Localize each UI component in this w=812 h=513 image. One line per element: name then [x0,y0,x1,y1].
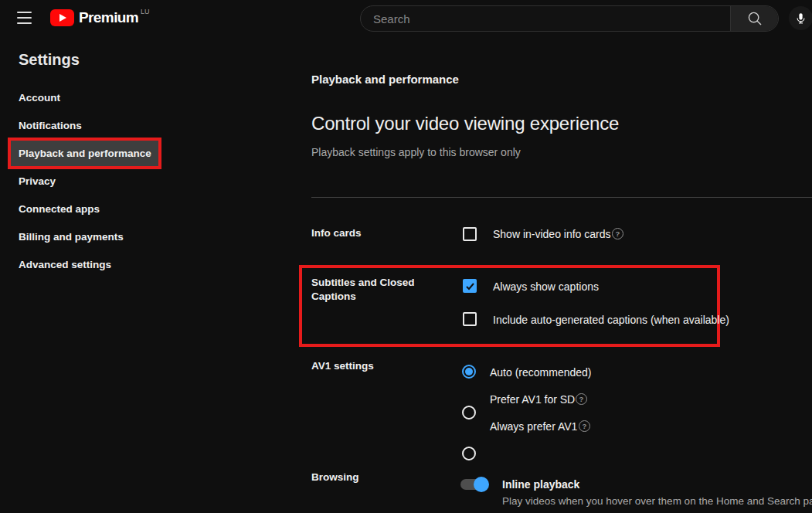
settings-title: Settings [19,51,80,69]
play-triangle-icon [59,14,66,22]
youtube-play-icon [50,9,74,26]
av1-always-label[interactable]: Always prefer AV1 [490,420,577,433]
always-show-captions-label[interactable]: Always show captions [493,280,599,293]
hamburger-bar [17,22,32,24]
checkmark-icon [465,281,475,291]
av1-auto-label[interactable]: Auto (recommended) [490,366,592,379]
browsing-section-label: Browsing [311,471,420,484]
section-divider [311,197,812,198]
country-code-label: LU [141,8,150,15]
annotation-box-sidebar: Playback and performance [8,138,161,169]
inline-playback-description: Play videos when you hover over them on … [502,495,812,508]
av1-always-radio[interactable] [462,447,476,460]
av1-section-label: AV1 settings [311,359,420,373]
auto-generated-captions-label[interactable]: Include auto-generated captions (when av… [493,314,729,326]
subtitles-label-line1: Subtitles and Closed [311,277,415,288]
sidebar-item-privacy[interactable]: Privacy [19,176,56,187]
inline-playback-toggle-knob[interactable] [474,477,489,492]
always-show-captions-checkbox[interactable] [463,279,477,293]
youtube-premium-logo[interactable]: Premium LU [50,9,150,26]
info-cards-section-label: Info cards [311,226,420,240]
search-bar [360,5,779,32]
search-input[interactable] [361,6,730,31]
subtitles-section-label: Subtitles and Closed Captions [311,276,420,304]
search-button[interactable] [730,6,778,31]
search-icon [747,11,763,26]
inline-playback-label[interactable]: Inline playback [502,478,579,491]
av1-always-help-icon[interactable]: ? [579,420,590,432]
show-info-cards-checkbox[interactable] [463,227,477,241]
page-subtitle: Playback settings apply to this browser … [311,146,521,158]
sidebar-item-advanced-settings[interactable]: Advanced settings [19,260,111,270]
sidebar-item-account[interactable]: Account [19,93,60,104]
sidebar-item-playback-and-performance[interactable]: Playback and performance [11,141,158,166]
av1-prefer-sd-label[interactable]: Prefer AV1 for SD [490,393,575,406]
hamburger-bar [17,12,32,13]
hamburger-bar [17,17,32,19]
voice-search-button[interactable] [789,6,812,30]
microphone-icon [794,12,807,25]
sidebar-item-connected-apps[interactable]: Connected apps [19,204,100,215]
subtitles-label-line2: Captions [311,290,356,302]
hamburger-menu-button[interactable] [17,12,32,24]
auto-generated-captions-checkbox[interactable] [463,312,477,326]
page-header: Playback and performance [311,73,459,86]
sidebar-item-billing-and-payments[interactable]: Billing and payments [19,232,124,243]
show-info-cards-label[interactable]: Show in-video info cards [493,228,611,240]
av1-prefer-sd-help-icon[interactable]: ? [576,393,587,405]
info-cards-help-icon[interactable]: ? [612,228,623,240]
sidebar-item-notifications[interactable]: Notifications [19,121,82,131]
page-title: Control your video viewing experience [311,113,619,134]
av1-prefer-sd-radio[interactable] [462,406,476,420]
brand-label: Premium [79,9,138,26]
av1-auto-radio[interactable] [462,365,476,379]
